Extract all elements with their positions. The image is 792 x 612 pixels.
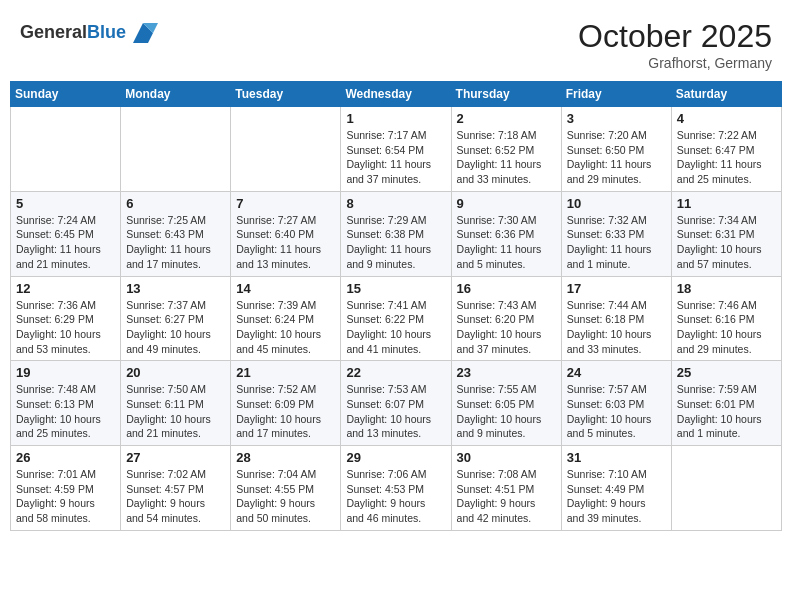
day-number: 11 [677,196,776,211]
title-block: October 2025 Grafhorst, Germany [578,18,772,71]
calendar-cell: 1Sunrise: 7:17 AM Sunset: 6:54 PM Daylig… [341,107,451,192]
day-info: Sunrise: 7:48 AM Sunset: 6:13 PM Dayligh… [16,382,115,441]
calendar-cell: 23Sunrise: 7:55 AM Sunset: 6:05 PM Dayli… [451,361,561,446]
day-info: Sunrise: 7:57 AM Sunset: 6:03 PM Dayligh… [567,382,666,441]
weekday-header-wednesday: Wednesday [341,82,451,107]
day-number: 22 [346,365,445,380]
day-number: 3 [567,111,666,126]
day-number: 16 [457,281,556,296]
day-info: Sunrise: 7:36 AM Sunset: 6:29 PM Dayligh… [16,298,115,357]
day-info: Sunrise: 7:08 AM Sunset: 4:51 PM Dayligh… [457,467,556,526]
day-number: 14 [236,281,335,296]
day-info: Sunrise: 7:01 AM Sunset: 4:59 PM Dayligh… [16,467,115,526]
day-info: Sunrise: 7:30 AM Sunset: 6:36 PM Dayligh… [457,213,556,272]
calendar-table: SundayMondayTuesdayWednesdayThursdayFrid… [10,81,782,531]
day-number: 31 [567,450,666,465]
day-number: 29 [346,450,445,465]
day-info: Sunrise: 7:29 AM Sunset: 6:38 PM Dayligh… [346,213,445,272]
weekday-header-thursday: Thursday [451,82,561,107]
day-number: 12 [16,281,115,296]
calendar-week-3: 12Sunrise: 7:36 AM Sunset: 6:29 PM Dayli… [11,276,782,361]
logo: GeneralBlue [20,18,158,48]
day-number: 18 [677,281,776,296]
calendar-cell: 29Sunrise: 7:06 AM Sunset: 4:53 PM Dayli… [341,446,451,531]
day-info: Sunrise: 7:10 AM Sunset: 4:49 PM Dayligh… [567,467,666,526]
day-info: Sunrise: 7:02 AM Sunset: 4:57 PM Dayligh… [126,467,225,526]
day-info: Sunrise: 7:06 AM Sunset: 4:53 PM Dayligh… [346,467,445,526]
calendar-cell: 14Sunrise: 7:39 AM Sunset: 6:24 PM Dayli… [231,276,341,361]
calendar-body: 1Sunrise: 7:17 AM Sunset: 6:54 PM Daylig… [11,107,782,531]
day-info: Sunrise: 7:55 AM Sunset: 6:05 PM Dayligh… [457,382,556,441]
calendar-week-5: 26Sunrise: 7:01 AM Sunset: 4:59 PM Dayli… [11,446,782,531]
logo-blue: Blue [87,22,126,42]
day-info: Sunrise: 7:52 AM Sunset: 6:09 PM Dayligh… [236,382,335,441]
day-info: Sunrise: 7:20 AM Sunset: 6:50 PM Dayligh… [567,128,666,187]
day-number: 20 [126,365,225,380]
day-number: 13 [126,281,225,296]
day-number: 30 [457,450,556,465]
calendar-cell: 4Sunrise: 7:22 AM Sunset: 6:47 PM Daylig… [671,107,781,192]
day-number: 4 [677,111,776,126]
calendar-header: SundayMondayTuesdayWednesdayThursdayFrid… [11,82,782,107]
calendar-cell: 21Sunrise: 7:52 AM Sunset: 6:09 PM Dayli… [231,361,341,446]
calendar-cell: 5Sunrise: 7:24 AM Sunset: 6:45 PM Daylig… [11,191,121,276]
calendar-cell: 2Sunrise: 7:18 AM Sunset: 6:52 PM Daylig… [451,107,561,192]
calendar-cell: 30Sunrise: 7:08 AM Sunset: 4:51 PM Dayli… [451,446,561,531]
day-number: 27 [126,450,225,465]
calendar-cell: 7Sunrise: 7:27 AM Sunset: 6:40 PM Daylig… [231,191,341,276]
weekday-header-friday: Friday [561,82,671,107]
day-number: 6 [126,196,225,211]
calendar-cell: 15Sunrise: 7:41 AM Sunset: 6:22 PM Dayli… [341,276,451,361]
calendar-cell: 25Sunrise: 7:59 AM Sunset: 6:01 PM Dayli… [671,361,781,446]
day-info: Sunrise: 7:25 AM Sunset: 6:43 PM Dayligh… [126,213,225,272]
calendar-cell [231,107,341,192]
day-number: 23 [457,365,556,380]
calendar-week-2: 5Sunrise: 7:24 AM Sunset: 6:45 PM Daylig… [11,191,782,276]
calendar-cell: 20Sunrise: 7:50 AM Sunset: 6:11 PM Dayli… [121,361,231,446]
calendar-cell [11,107,121,192]
weekday-header-monday: Monday [121,82,231,107]
day-info: Sunrise: 7:44 AM Sunset: 6:18 PM Dayligh… [567,298,666,357]
day-number: 10 [567,196,666,211]
day-info: Sunrise: 7:32 AM Sunset: 6:33 PM Dayligh… [567,213,666,272]
day-number: 5 [16,196,115,211]
day-info: Sunrise: 7:17 AM Sunset: 6:54 PM Dayligh… [346,128,445,187]
calendar-week-4: 19Sunrise: 7:48 AM Sunset: 6:13 PM Dayli… [11,361,782,446]
calendar-cell: 18Sunrise: 7:46 AM Sunset: 6:16 PM Dayli… [671,276,781,361]
day-number: 1 [346,111,445,126]
page-header: GeneralBlue October 2025 Grafhorst, Germ… [10,10,782,75]
calendar-cell: 26Sunrise: 7:01 AM Sunset: 4:59 PM Dayli… [11,446,121,531]
day-info: Sunrise: 7:27 AM Sunset: 6:40 PM Dayligh… [236,213,335,272]
calendar-cell: 13Sunrise: 7:37 AM Sunset: 6:27 PM Dayli… [121,276,231,361]
day-number: 8 [346,196,445,211]
calendar-week-1: 1Sunrise: 7:17 AM Sunset: 6:54 PM Daylig… [11,107,782,192]
day-number: 21 [236,365,335,380]
day-info: Sunrise: 7:37 AM Sunset: 6:27 PM Dayligh… [126,298,225,357]
calendar-cell: 17Sunrise: 7:44 AM Sunset: 6:18 PM Dayli… [561,276,671,361]
weekday-header-tuesday: Tuesday [231,82,341,107]
day-number: 26 [16,450,115,465]
day-number: 9 [457,196,556,211]
day-info: Sunrise: 7:53 AM Sunset: 6:07 PM Dayligh… [346,382,445,441]
day-number: 19 [16,365,115,380]
calendar-cell: 16Sunrise: 7:43 AM Sunset: 6:20 PM Dayli… [451,276,561,361]
calendar-cell: 27Sunrise: 7:02 AM Sunset: 4:57 PM Dayli… [121,446,231,531]
calendar-cell: 12Sunrise: 7:36 AM Sunset: 6:29 PM Dayli… [11,276,121,361]
calendar-cell: 6Sunrise: 7:25 AM Sunset: 6:43 PM Daylig… [121,191,231,276]
calendar-cell: 10Sunrise: 7:32 AM Sunset: 6:33 PM Dayli… [561,191,671,276]
weekday-row: SundayMondayTuesdayWednesdayThursdayFrid… [11,82,782,107]
month-title: October 2025 [578,18,772,55]
day-info: Sunrise: 7:22 AM Sunset: 6:47 PM Dayligh… [677,128,776,187]
day-info: Sunrise: 7:39 AM Sunset: 6:24 PM Dayligh… [236,298,335,357]
calendar-cell: 31Sunrise: 7:10 AM Sunset: 4:49 PM Dayli… [561,446,671,531]
day-info: Sunrise: 7:46 AM Sunset: 6:16 PM Dayligh… [677,298,776,357]
day-info: Sunrise: 7:04 AM Sunset: 4:55 PM Dayligh… [236,467,335,526]
day-info: Sunrise: 7:34 AM Sunset: 6:31 PM Dayligh… [677,213,776,272]
day-number: 15 [346,281,445,296]
day-info: Sunrise: 7:59 AM Sunset: 6:01 PM Dayligh… [677,382,776,441]
day-info: Sunrise: 7:50 AM Sunset: 6:11 PM Dayligh… [126,382,225,441]
calendar-cell [121,107,231,192]
calendar-cell: 22Sunrise: 7:53 AM Sunset: 6:07 PM Dayli… [341,361,451,446]
weekday-header-sunday: Sunday [11,82,121,107]
calendar-cell: 19Sunrise: 7:48 AM Sunset: 6:13 PM Dayli… [11,361,121,446]
